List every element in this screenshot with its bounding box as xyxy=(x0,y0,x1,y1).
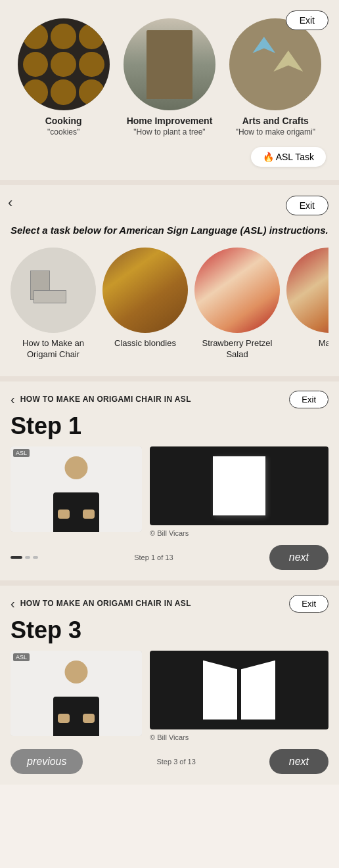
person-head-1 xyxy=(65,456,88,479)
category-cooking-subtitle: "cookies" xyxy=(47,127,79,137)
task-origami-chair-title: How to Make an Origami Chair xyxy=(11,338,96,360)
step1-copyright: © Bill Vicars xyxy=(150,529,189,537)
hand-left-1 xyxy=(58,510,70,519)
step3-copyright: © Bill Vicars xyxy=(150,733,189,741)
cookies-image xyxy=(18,18,110,110)
step3-next-button[interactable]: next xyxy=(269,749,328,774)
person-hands-3 xyxy=(58,714,95,723)
category-home-title: Home Improvement xyxy=(127,116,213,126)
step3-content: ASL © Bill Vicars xyxy=(11,651,328,741)
step3-back-button[interactable]: ‹ xyxy=(11,596,15,611)
task-strawberry-title: Strawberry Pretzel Salad xyxy=(194,338,280,360)
task-strawberry[interactable]: Strawberry Pretzel Salad xyxy=(194,248,280,360)
step1-video[interactable]: ASL xyxy=(11,446,142,532)
step3-video[interactable]: ASL xyxy=(11,651,142,736)
category-arts[interactable]: Arts and Crafts "How to make origami" xyxy=(226,18,325,137)
step3-number: Step 3 xyxy=(11,617,328,644)
person-hands-1 xyxy=(58,510,95,519)
origami-wrap xyxy=(229,18,321,110)
category-arts-subtitle: "How to make origami" xyxy=(236,127,315,137)
step1-header-title: HOW TO MAKE AN ORIGAMI CHAIR IN ASL xyxy=(20,395,290,404)
asl-task-container: 🔥 ASL Task xyxy=(11,142,328,169)
task-origami-chair-image xyxy=(11,248,96,333)
task-strawberry-image xyxy=(194,248,280,333)
step3-person xyxy=(11,651,142,736)
step1-image-container: © Bill Vicars xyxy=(150,446,328,537)
origami-bird-2 xyxy=(273,51,303,72)
step3-header: ‹ HOW TO MAKE AN ORIGAMI CHAIR IN ASL Ex… xyxy=(11,595,328,613)
paper-right xyxy=(241,661,275,720)
chair-bg xyxy=(11,248,96,333)
section-categories: Exit Cooking "cookies" xyxy=(0,0,339,180)
back-button-1[interactable]: ‹ xyxy=(8,194,12,211)
step3-footer: previous Step 3 of 13 next xyxy=(11,749,328,774)
hand-right-3 xyxy=(83,714,95,723)
category-home-subtitle: "How to plant a tree" xyxy=(133,127,205,137)
category-cooking-image xyxy=(18,18,110,110)
divider-1 xyxy=(0,180,339,185)
category-cooking[interactable]: Cooking "cookies" xyxy=(14,18,113,137)
step1-number: Step 1 xyxy=(11,412,328,440)
tasks-row: How to Make an Origami Chair Classic blo… xyxy=(11,248,328,366)
section-step1: ‹ HOW TO MAKE AN ORIGAMI CHAIR IN ASL Ex… xyxy=(0,381,339,580)
step1-reference-image xyxy=(150,446,328,525)
origami-bird-1 xyxy=(252,37,275,53)
task-blondies-title: Classic blondies xyxy=(114,338,176,349)
step1-indicator xyxy=(11,556,38,559)
chair-shape xyxy=(30,271,76,310)
divider-2 xyxy=(0,376,339,381)
step3-image-container: © Bill Vicars xyxy=(150,651,328,741)
section-step3: ‹ HOW TO MAKE AN ORIGAMI CHAIR IN ASL Ex… xyxy=(0,586,339,785)
step3-exit-button[interactable]: Exit xyxy=(289,595,328,613)
strawberry-bg xyxy=(194,248,280,333)
step1-counter: Step 1 of 13 xyxy=(134,553,173,561)
progress-dot-active xyxy=(11,556,22,559)
task-origami-chair[interactable]: How to Make an Origami Chair xyxy=(11,248,96,360)
select-prompt: Select a task below for American Sign La… xyxy=(11,223,328,237)
step1-person xyxy=(11,446,142,532)
step1-header: ‹ HOW TO MAKE AN ORIGAMI CHAIR IN ASL Ex… xyxy=(11,391,328,408)
step3-video-tag: ASL xyxy=(13,653,30,661)
step3-counter: Step 3 of 13 xyxy=(156,758,195,766)
step3-reference-image xyxy=(150,651,328,729)
mapo-bg xyxy=(286,248,328,333)
category-arts-title: Arts and Crafts xyxy=(242,116,309,126)
category-arts-image xyxy=(229,18,321,110)
section-task-select: ‹ Exit Select a task below for American … xyxy=(0,185,339,376)
task-mapo[interactable]: Mapo xyxy=(286,248,328,360)
divider-3 xyxy=(0,580,339,586)
category-cooking-title: Cooking xyxy=(45,116,82,126)
step1-exit-button[interactable]: Exit xyxy=(289,391,328,408)
step1-content: ASL © Bill Vicars xyxy=(11,446,328,537)
progress-dot-3 xyxy=(33,556,38,559)
origami-image xyxy=(229,18,321,110)
categories-row: Cooking "cookies" Home Improvement "How … xyxy=(11,18,328,142)
category-home[interactable]: Home Improvement "How to plant a tree" xyxy=(120,18,219,137)
task-mapo-image xyxy=(286,248,328,333)
hand-right-1 xyxy=(83,510,95,519)
hand-left-3 xyxy=(58,714,70,723)
asl-task-button[interactable]: 🔥 ASL Task xyxy=(251,147,326,167)
paper-shape-1 xyxy=(213,456,265,515)
chair-seat xyxy=(34,290,66,303)
category-home-image xyxy=(124,18,215,110)
paper-shape-3 xyxy=(203,661,275,720)
step3-previous-button[interactable]: previous xyxy=(11,749,83,774)
progress-dot-2 xyxy=(25,556,30,559)
task-blondies[interactable]: Classic blondies xyxy=(102,248,188,360)
paper-left xyxy=(203,661,237,720)
person-head-3 xyxy=(65,661,88,684)
door-shape xyxy=(147,30,192,99)
step1-next-button[interactable]: next xyxy=(269,545,328,570)
step3-header-title: HOW TO MAKE AN ORIGAMI CHAIR IN ASL xyxy=(20,599,290,608)
step1-footer: Step 1 of 13 next xyxy=(11,545,328,570)
blondies-bg xyxy=(102,248,188,333)
task-mapo-title: Mapo xyxy=(319,338,328,349)
step1-back-button[interactable]: ‹ xyxy=(11,392,15,407)
step1-video-tag: ASL xyxy=(13,449,30,457)
exit-button-2[interactable]: Exit xyxy=(286,196,328,215)
plant-image xyxy=(124,18,215,110)
task-blondies-image xyxy=(102,248,188,333)
